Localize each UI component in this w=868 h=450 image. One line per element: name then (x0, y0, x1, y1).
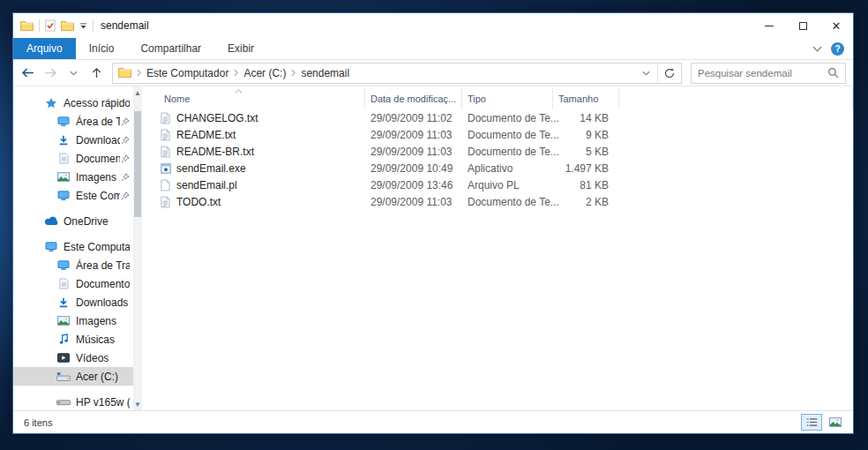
sort-ascending-icon (235, 89, 243, 94)
address-bar[interactable]: Este Computador Acer (C:) sendemail (112, 63, 682, 84)
minimize-button[interactable] (752, 13, 786, 38)
status-bar: 6 itens (13, 410, 853, 433)
file-row-changelog-txt[interactable]: CHANGELOG.txt29/09/2009 11:02Documento d… (142, 109, 853, 126)
file-name-cell: README-BR.txt (142, 146, 365, 158)
details-view-icon (806, 417, 818, 427)
scroll-down-icon[interactable]: ▼ (134, 398, 141, 410)
sidebar-item-hp-v165w-e[interactable]: HP v165w (E:) (13, 393, 142, 410)
tab-exibir[interactable]: Exibir (214, 38, 267, 59)
up-button[interactable] (86, 63, 107, 84)
column-headers: Nome Data de modificaç... Tipo Tamanho (142, 88, 853, 109)
sidebar-item-onedrive[interactable]: OneDrive (13, 212, 142, 230)
chevron-right-icon[interactable] (291, 69, 296, 77)
monitor-icon (43, 242, 59, 252)
file-date: 29/09/2009 10:49 (365, 162, 462, 175)
chevron-down-icon (642, 71, 650, 76)
new-folder-qat-icon[interactable] (61, 20, 74, 32)
column-header-tipo[interactable]: Tipo (462, 88, 553, 109)
refresh-button[interactable] (658, 64, 681, 83)
items-count: 6 itens (24, 417, 52, 428)
sidebar-item-imagens[interactable]: Imagens (13, 311, 142, 330)
details-view-button[interactable] (801, 414, 822, 431)
sidebar-item-area-de-trabalho[interactable]: Área de Trabalho (13, 256, 142, 274)
sidebar-item-documentos[interactable]: Documentos (13, 274, 142, 293)
title-bar: sendemail ✕ (13, 13, 853, 38)
sidebar-item-label: Músicas (76, 334, 115, 346)
forward-button[interactable] (40, 63, 61, 84)
chevron-down-icon (70, 71, 78, 76)
large-icons-view-button[interactable] (825, 414, 846, 431)
file-row-readme-br-txt[interactable]: README-BR.txt29/09/2009 11:03Documento d… (142, 143, 853, 160)
search-box (691, 63, 846, 84)
sidebar-item-downloads[interactable]: Downloads (13, 293, 142, 311)
sidebar-list: Acesso rápidoÁrea de TrabaDownloadsDocum… (13, 94, 142, 410)
file-date: 29/09/2009 11:03 (365, 129, 462, 141)
properties-qat-icon[interactable] (45, 19, 56, 32)
scroll-up-icon[interactable]: ▲ (134, 86, 141, 99)
chevron-right-icon[interactable] (137, 69, 141, 77)
pin-icon (120, 136, 130, 145)
back-arrow-icon (21, 68, 34, 78)
search-input[interactable] (698, 68, 827, 79)
maximize-button[interactable] (786, 13, 819, 38)
file-name-cell: README.txt (142, 129, 365, 141)
file-row-sendemail-pl[interactable]: sendEmail.pl29/09/2009 13:46Arquivo PL81… (142, 176, 853, 193)
monitor-icon (56, 116, 71, 127)
sidebar-item-downloads[interactable]: Downloads (13, 131, 142, 149)
chevron-right-icon[interactable] (234, 69, 238, 77)
help-icon[interactable]: ? (831, 42, 844, 56)
sidebar-item-documentos[interactable]: Documentos (13, 149, 142, 168)
sidebar-item-imagens[interactable]: Imagens (13, 168, 142, 186)
sidebar-item-este-computador[interactable]: Este Computador (13, 237, 142, 256)
breadcrumb-item-sendemail[interactable]: sendemail (301, 67, 349, 79)
column-header-blank (619, 88, 853, 109)
blank-file-icon (160, 179, 171, 191)
sidebar-scrollbar[interactable]: ▲ ▼ (133, 86, 142, 410)
sidebar-item-label: Este Computador (64, 241, 130, 253)
sidebar-item-label: Imagens (76, 315, 116, 327)
drive-icon (56, 372, 71, 381)
tab-inicio[interactable]: Início (76, 38, 128, 59)
scrollbar-thumb[interactable] (134, 111, 141, 217)
column-header-data[interactable]: Data de modificaç... (365, 88, 462, 109)
star-icon (43, 97, 59, 109)
breadcrumb-item-acer-c[interactable]: Acer (C:) (243, 67, 286, 79)
expand-ribbon-icon[interactable] (812, 46, 822, 52)
close-button[interactable]: ✕ (819, 13, 853, 38)
column-header-nome[interactable]: Nome (142, 88, 365, 109)
recent-locations-button[interactable] (63, 63, 84, 84)
file-type: Aplicativo (462, 162, 553, 175)
sidebar-item-area-de-traba[interactable]: Área de Traba (13, 112, 142, 131)
sidebar-item-videos[interactable]: Vídeos (13, 349, 142, 367)
customize-qat-dropdown-icon[interactable] (79, 23, 87, 29)
file-row-todo-txt[interactable]: TODO.txt29/09/2009 11:03Documento de Te.… (142, 193, 853, 210)
tab-arquivo[interactable]: Arquivo (13, 38, 76, 59)
sidebar-item-este-comput[interactable]: Este Comput (13, 186, 142, 205)
sidebar-item-acesso-rapido[interactable]: Acesso rápido (13, 94, 142, 112)
sidebar-item-label: Acesso rápido (64, 97, 130, 109)
file-date: 29/09/2009 11:03 (365, 196, 462, 208)
file-type: Arquivo PL (462, 179, 553, 191)
file-type: Documento de Te... (462, 112, 553, 124)
download-icon (56, 297, 71, 308)
search-icon[interactable] (827, 67, 839, 79)
main-area: Acesso rápidoÁrea de TrabaDownloadsDocum… (13, 86, 853, 410)
back-button[interactable] (17, 63, 38, 84)
sidebar-item-label: OneDrive (64, 215, 108, 228)
tab-compartilhar[interactable]: Compartilhar (127, 38, 214, 59)
divider (93, 19, 94, 32)
file-size: 81 KB (553, 179, 619, 191)
file-type: Documento de Te... (462, 146, 553, 158)
file-list: CHANGELOG.txt29/09/2009 11:02Documento d… (142, 109, 853, 210)
breadcrumb-item-este-computador[interactable]: Este Computador (146, 67, 228, 79)
file-row-readme-txt[interactable]: README.txt29/09/2009 11:03Documento de T… (142, 126, 853, 143)
column-header-tamanho[interactable]: Tamanho (553, 88, 619, 109)
file-row-sendemail-exe[interactable]: sendEmail.exe29/09/2009 10:49Aplicativo1… (142, 160, 853, 176)
sidebar-item-musicas[interactable]: Músicas (13, 330, 142, 349)
address-dropdown-button[interactable] (634, 64, 657, 83)
explorer-window: sendemail ✕ Arquivo Início Compartilhar … (12, 12, 854, 434)
sidebar-item-acer-c[interactable]: Acer (C:) (13, 367, 142, 386)
file-name: sendEmail.exe (176, 162, 246, 175)
sidebar-item-label: Documentos (76, 278, 130, 290)
monitor-icon (56, 260, 71, 271)
